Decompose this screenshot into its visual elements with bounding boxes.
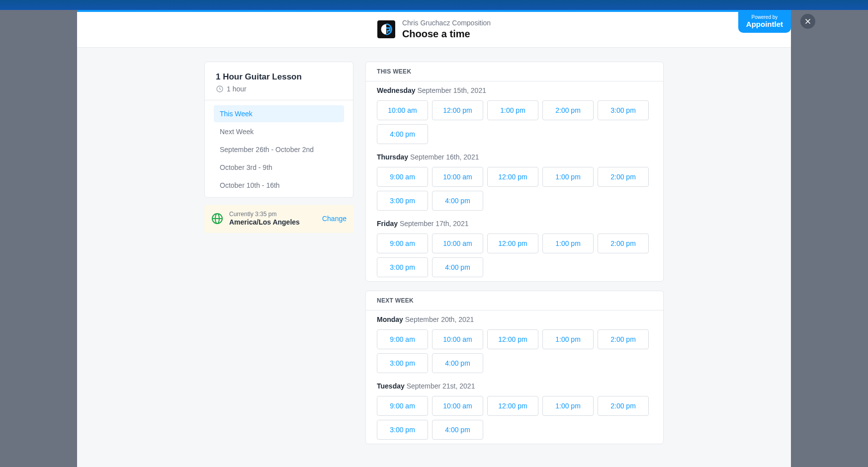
timezone-box: Currently 3:35 pm America/Los Angeles Ch… — [204, 205, 353, 233]
powered-by-brand: Appointlet — [746, 20, 783, 29]
week-list[interactable]: This WeekNext WeekSeptember 26th - Octob… — [205, 100, 353, 197]
page-title: Choose a time — [402, 27, 491, 40]
day-of-week: Friday — [377, 220, 400, 228]
time-slots-column: THIS WEEKWednesday September 15th, 20211… — [365, 62, 664, 453]
time-slot[interactable]: 3:00 pm — [598, 100, 649, 120]
time-slot[interactable]: 12:00 pm — [487, 234, 538, 253]
day-of-week: Tuesday — [377, 382, 407, 390]
globe-icon — [211, 213, 223, 225]
lesson-card: 1 Hour Guitar Lesson 1 hour This WeekNex… — [204, 62, 353, 198]
time-slot[interactable]: 2:00 pm — [542, 100, 594, 120]
day-block: Thursday September 16th, 20219:00 am10:0… — [366, 148, 663, 215]
time-slot[interactable]: 3:00 pm — [377, 257, 428, 277]
day-of-week: Thursday — [377, 153, 410, 161]
day-block: Tuesday September 21st, 20219:00 am10:00… — [366, 377, 663, 444]
day-label: Thursday September 16th, 2021 — [377, 153, 652, 161]
modal-header: Chris Gruchacz Composition Choose a time — [77, 12, 791, 48]
day-of-week: Monday — [377, 315, 405, 323]
day-block: Friday September 17th, 20219:00 am10:00 … — [366, 215, 663, 281]
day-label: Tuesday September 21st, 2021 — [377, 382, 652, 390]
time-slot[interactable]: 4:00 pm — [432, 420, 483, 440]
time-slot[interactable]: 9:00 am — [377, 234, 428, 253]
time-slot[interactable]: 10:00 am — [377, 100, 428, 120]
time-slot[interactable]: 2:00 pm — [598, 167, 649, 187]
week-item[interactable]: October 10th - 16th — [214, 177, 344, 194]
time-slot[interactable]: 10:00 am — [432, 396, 483, 416]
time-slot[interactable]: 4:00 pm — [432, 257, 483, 277]
time-slot[interactable]: 1:00 pm — [542, 167, 594, 187]
time-slot[interactable]: 1:00 pm — [542, 329, 594, 349]
time-slot[interactable]: 9:00 am — [377, 167, 428, 187]
time-slot[interactable]: 1:00 pm — [542, 234, 594, 253]
day-label: Friday September 17th, 2021 — [377, 220, 652, 228]
time-slot[interactable]: 12:00 pm — [487, 396, 538, 416]
booking-modal: Chris Gruchacz Composition Choose a time… — [77, 12, 791, 467]
lesson-duration: 1 hour — [216, 85, 342, 93]
brand-logo — [377, 20, 395, 38]
week-section: THIS WEEKWednesday September 15th, 20211… — [365, 62, 664, 282]
powered-by-label: Powered by — [746, 15, 783, 20]
time-slot[interactable]: 9:00 am — [377, 329, 428, 349]
time-slot[interactable]: 10:00 am — [432, 329, 483, 349]
week-item[interactable]: Next Week — [214, 123, 344, 140]
time-slot[interactable]: 4:00 pm — [432, 191, 483, 211]
day-block: Monday September 20th, 20219:00 am10:00 … — [366, 311, 663, 377]
time-slot[interactable]: 4:00 pm — [377, 124, 428, 144]
time-slot[interactable]: 2:00 pm — [598, 396, 649, 416]
day-label: Wednesday September 15th, 2021 — [377, 86, 652, 94]
time-grid: 9:00 am10:00 am12:00 pm1:00 pm2:00 pm3:0… — [377, 329, 652, 373]
time-slot[interactable]: 12:00 pm — [487, 329, 538, 349]
time-slot[interactable]: 2:00 pm — [598, 234, 649, 253]
timezone-name: America/Los Angeles — [229, 218, 316, 227]
time-grid: 9:00 am10:00 am12:00 pm1:00 pm2:00 pm3:0… — [377, 167, 652, 211]
lesson-title: 1 Hour Guitar Lesson — [216, 72, 342, 82]
day-date: September 15th, 2021 — [417, 86, 486, 94]
time-slot[interactable]: 3:00 pm — [377, 353, 428, 373]
clock-icon — [216, 85, 224, 93]
time-slot[interactable]: 12:00 pm — [432, 100, 483, 120]
time-grid: 10:00 am12:00 pm1:00 pm2:00 pm3:00 pm4:0… — [377, 100, 652, 144]
section-header: THIS WEEK — [366, 62, 663, 81]
powered-by-badge[interactable]: Powered by Appointlet — [738, 12, 791, 33]
browser-top-bar — [0, 0, 868, 10]
time-slot[interactable]: 12:00 pm — [487, 167, 538, 187]
week-item[interactable]: This Week — [214, 105, 344, 122]
time-slot[interactable]: 4:00 pm — [432, 353, 483, 373]
week-item[interactable]: September 26th - October 2nd — [214, 141, 344, 158]
week-section: NEXT WEEKMonday September 20th, 20219:00… — [365, 291, 664, 444]
time-slot[interactable]: 1:00 pm — [542, 396, 594, 416]
day-date: September 20th, 2021 — [405, 315, 474, 323]
day-label: Monday September 20th, 2021 — [377, 315, 652, 323]
section-header: NEXT WEEK — [366, 291, 663, 311]
duration-text: 1 hour — [227, 85, 247, 93]
time-slot[interactable]: 10:00 am — [432, 167, 483, 187]
time-slot[interactable]: 3:00 pm — [377, 420, 428, 440]
time-slot[interactable]: 1:00 pm — [487, 100, 538, 120]
timezone-change-button[interactable]: Change — [322, 215, 347, 223]
modal-body-scroll[interactable]: 1 Hour Guitar Lesson 1 hour This WeekNex… — [77, 48, 791, 467]
header-subtitle: Chris Gruchacz Composition — [402, 19, 491, 27]
time-grid: 9:00 am10:00 am12:00 pm1:00 pm2:00 pm3:0… — [377, 234, 652, 277]
time-slot[interactable]: 10:00 am — [432, 234, 483, 253]
day-date: September 17th, 2021 — [400, 220, 469, 228]
time-slot[interactable]: 9:00 am — [377, 396, 428, 416]
day-date: September 21st, 2021 — [407, 382, 475, 390]
day-of-week: Wednesday — [377, 86, 417, 94]
time-grid: 9:00 am10:00 am12:00 pm1:00 pm2:00 pm3:0… — [377, 396, 652, 440]
day-block: Wednesday September 15th, 202110:00 am12… — [366, 81, 663, 148]
time-slot[interactable]: 2:00 pm — [598, 329, 649, 349]
timezone-current-time: Currently 3:35 pm — [229, 211, 316, 218]
time-slot[interactable]: 3:00 pm — [377, 191, 428, 211]
sidebar: 1 Hour Guitar Lesson 1 hour This WeekNex… — [204, 62, 353, 233]
day-date: September 16th, 2021 — [410, 153, 479, 161]
week-item[interactable]: October 3rd - 9th — [214, 159, 344, 176]
close-button[interactable] — [800, 14, 815, 29]
